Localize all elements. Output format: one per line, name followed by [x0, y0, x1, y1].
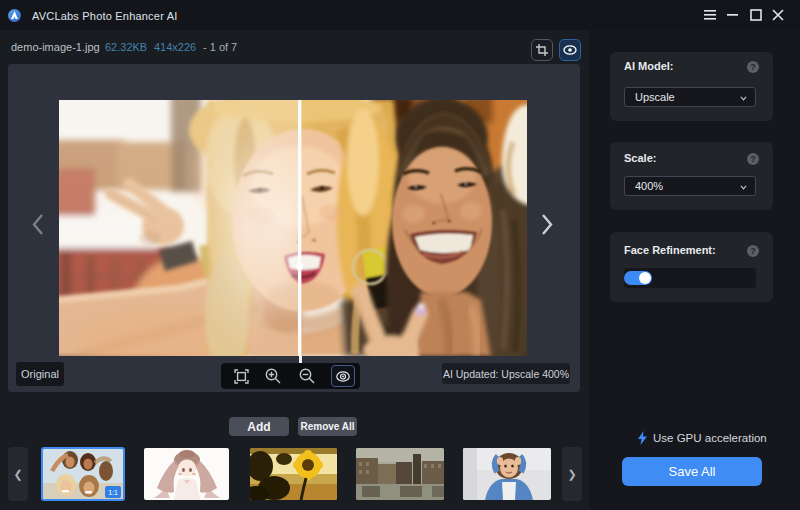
svg-text:1:1: 1:1	[108, 489, 118, 496]
